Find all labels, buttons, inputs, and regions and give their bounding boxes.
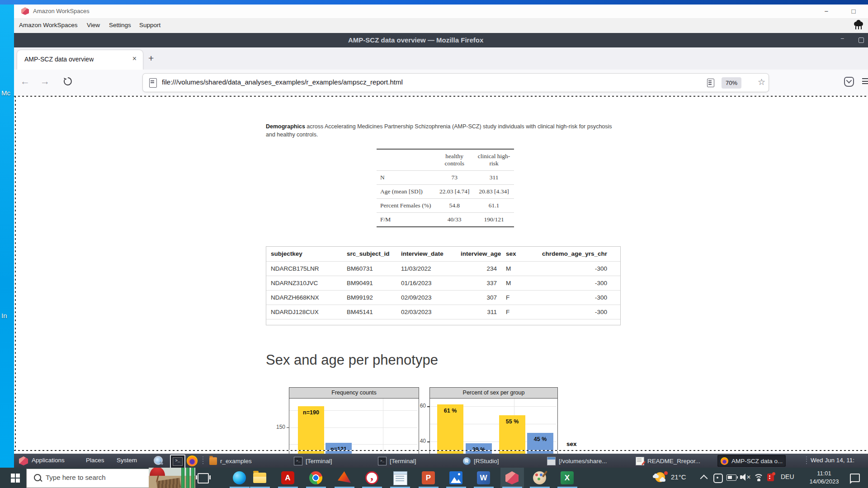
firefox-minimize-icon[interactable]: − (840, 35, 844, 42)
keyboard-language-label[interactable]: DEU (781, 473, 794, 480)
window-button[interactable]: >_[Terminal] (291, 455, 335, 467)
running-indicator (250, 487, 270, 488)
powerpoint-taskbar-button[interactable]: P (417, 468, 440, 488)
comma-taskbar-button[interactable]: , (360, 468, 384, 488)
table-row: N73311 (377, 171, 514, 185)
url-text[interactable]: file:///volumes/shared/data_analyses_exa… (162, 78, 403, 86)
table-cell: F (501, 305, 530, 319)
weather-icon[interactable] (654, 471, 668, 484)
photos-icon (449, 471, 462, 484)
powerpoint-icon: P (422, 471, 435, 484)
firefox-titlebar[interactable]: AMP-SCZ data overview — Mozilla Firefox … (14, 33, 868, 47)
start-button[interactable] (5, 468, 25, 488)
firefox-icon (721, 457, 728, 465)
table-cell: BM99192 (342, 290, 396, 305)
data-table-wrap[interactable]: subjectkeysrc_subject_idinterview_datein… (266, 246, 621, 325)
window-button[interactable]: r_examples (206, 455, 255, 467)
battery-icon[interactable] (726, 474, 736, 481)
window-button[interactable]: >_[Terminal] (375, 455, 420, 467)
back-icon[interactable]: ← (20, 76, 30, 87)
applications-menu[interactable]: Applications (32, 457, 65, 464)
window-button[interactable]: AMP-SCZ data o... (717, 455, 786, 467)
search-launcher-icon[interactable] (154, 456, 164, 466)
taskbar-separator (806, 456, 807, 465)
table-header-row: subjectkeysrc_subject_idinterview_datein… (266, 247, 621, 261)
acrobat-taskbar-button[interactable]: A (276, 468, 300, 488)
menu-hamburger-icon[interactable] (862, 78, 868, 84)
table-cell: -300 (612, 290, 621, 305)
notepad-taskbar-button[interactable] (388, 468, 412, 488)
new-tab-icon[interactable]: + (148, 53, 154, 64)
workspaces-taskbar-button[interactable] (500, 468, 524, 488)
table-cell: NDARDJ128CUX (266, 305, 342, 319)
volume-muted-icon[interactable]: ✕ (740, 474, 750, 481)
windows-clock[interactable]: 11:01 14/06/2023 (804, 469, 844, 486)
zoom-level-badge[interactable]: 70% (722, 77, 741, 89)
task-view-icon[interactable] (198, 473, 209, 483)
matlab-icon (338, 471, 351, 484)
network-status-icon[interactable] (854, 21, 864, 30)
system-menu[interactable]: System (117, 457, 137, 464)
readme-icon (636, 457, 644, 465)
menu-support[interactable]: Support (139, 22, 160, 28)
terminal-icon: >_ (378, 457, 387, 465)
desktop-icon-label[interactable]: In (1, 312, 7, 319)
reader-view-icon[interactable] (707, 79, 714, 87)
terminal-launcher-icon[interactable]: >_ (170, 455, 185, 469)
table-cell: 307 (456, 290, 501, 305)
tray-chevron-up-icon[interactable] (700, 475, 708, 483)
action-center-icon[interactable] (850, 474, 860, 482)
photos-taskbar-button[interactable] (444, 468, 468, 488)
column-header: healthy controls (435, 149, 474, 171)
bookmark-star-icon[interactable]: ☆ (758, 77, 765, 87)
table-row: F/M40/33190/121 (377, 213, 514, 227)
running-indicator (230, 487, 250, 488)
tab-close-icon[interactable]: × (132, 55, 137, 63)
tab-amp-scz-report[interactable]: AMP-SCZ data overview × (17, 50, 143, 70)
temperature-label[interactable]: 21°C (671, 473, 686, 481)
url-bar[interactable]: file:///volumes/shared/data_analyses_exa… (143, 74, 769, 92)
menu-amazon-workspaces[interactable]: Amazon WorkSpaces (19, 22, 78, 28)
selection-border-left (15, 96, 16, 451)
places-menu[interactable]: Places (86, 457, 104, 464)
table-cell: -300 (612, 305, 621, 319)
meet-now-icon[interactable] (713, 474, 723, 483)
wifi-icon[interactable] (753, 473, 763, 481)
maximize-icon[interactable]: □ (848, 6, 859, 17)
minimize-icon[interactable]: − (821, 6, 832, 17)
reload-icon[interactable] (63, 76, 73, 86)
window-button[interactable]: README_Rrepor... (632, 455, 703, 467)
forward-icon[interactable]: → (40, 76, 50, 87)
linux-clock[interactable]: Wed Jun 14, 11: (811, 457, 854, 464)
security-tray-icon[interactable] (767, 474, 774, 481)
menu-view[interactable]: View (87, 22, 100, 28)
word-taskbar-button[interactable]: W (472, 468, 495, 488)
running-indicator (530, 487, 550, 488)
chrome-icon (309, 471, 322, 484)
y-tick-label: 150 (270, 424, 285, 430)
window-button[interactable]: [/volumes/share... (544, 455, 610, 467)
window-button-label: r_examples (220, 458, 252, 465)
window-button[interactable]: R[RStudio] (460, 455, 502, 467)
running-indicator (502, 487, 522, 488)
pocket-icon[interactable] (844, 77, 854, 87)
explorer-taskbar-button[interactable] (248, 468, 272, 488)
firefox-launcher-icon[interactable] (187, 455, 198, 466)
chrome-taskbar-button[interactable] (304, 468, 328, 488)
page-icon (149, 78, 157, 88)
running-indicator (278, 487, 298, 488)
running-indicator (390, 487, 410, 488)
linux-menu-logo-icon[interactable] (19, 456, 28, 465)
firefox-tabbar: AMP-SCZ data overview × + (14, 47, 868, 70)
firefox-restore-icon[interactable] (859, 38, 864, 43)
menu-settings[interactable]: Settings (109, 22, 131, 28)
desktop-icon-label[interactable]: Mc (1, 89, 10, 97)
table-cell: 02/03/2023 (396, 305, 456, 319)
excel-taskbar-button[interactable]: X (556, 468, 579, 488)
table-cell: NDARNZ310JVC (266, 276, 342, 290)
paint-taskbar-button[interactable] (528, 468, 552, 488)
matlab-taskbar-button[interactable] (333, 468, 356, 488)
paint-icon (533, 471, 546, 484)
table-row: Age (mean [SD])22.03 [4.74]20.83 [4.34] (377, 185, 514, 199)
running-indicator (557, 487, 577, 488)
